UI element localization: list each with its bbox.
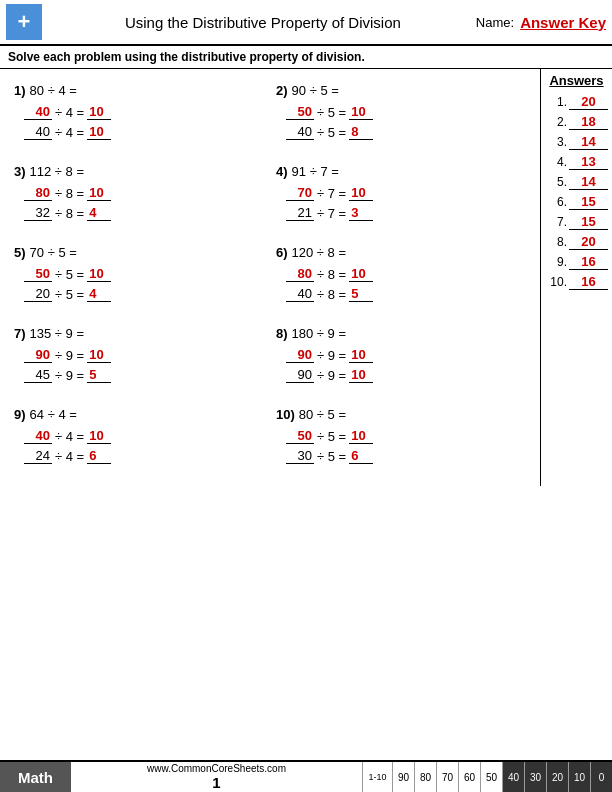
problem-row: 40÷ 4 =10 — [24, 428, 264, 444]
row-op: ÷ 8 = — [55, 206, 84, 221]
problem-block-6: 6)120 ÷ 8 =80÷ 8 =1040÷ 8 =5 — [270, 237, 532, 318]
score-box: 10 — [568, 762, 590, 792]
problem-rows-4: 70÷ 7 =1021÷ 7 =3 — [286, 185, 526, 221]
problem-block-1: 1)80 ÷ 4 =40÷ 4 =1040÷ 4 =10 — [8, 75, 270, 156]
problem-rows-6: 80÷ 8 =1040÷ 8 =5 — [286, 266, 526, 302]
row-answer: 10 — [349, 104, 373, 120]
row-part1: 90 — [24, 347, 52, 363]
problem-row: 80÷ 8 =10 — [24, 185, 264, 201]
problem-num: 4) — [276, 164, 288, 179]
score-box: 0 — [590, 762, 612, 792]
problem-block-5: 5)70 ÷ 5 =50÷ 5 =1020÷ 5 =4 — [8, 237, 270, 318]
answer-val: 20 — [569, 94, 608, 110]
answer-val: 20 — [569, 234, 608, 250]
problem-row: 20÷ 5 =4 — [24, 286, 264, 302]
answer-val: 15 — [569, 214, 608, 230]
problem-header-1: 1)80 ÷ 4 = — [14, 83, 264, 98]
row-answer: 10 — [87, 124, 111, 140]
row-op: ÷ 5 = — [317, 125, 346, 140]
row-answer: 4 — [87, 286, 111, 302]
score-box: 20 — [546, 762, 568, 792]
answer-val: 14 — [569, 134, 608, 150]
answer-num: 5. — [545, 175, 567, 189]
row-answer: 10 — [349, 367, 373, 383]
row-op: ÷ 8 = — [55, 186, 84, 201]
row-op: ÷ 5 = — [317, 449, 346, 464]
row-answer: 10 — [87, 266, 111, 282]
row-op: ÷ 4 = — [55, 429, 84, 444]
problem-header-6: 6)120 ÷ 8 = — [276, 245, 526, 260]
page-header: + Using the Distributive Property of Div… — [0, 0, 612, 46]
problem-row: 90÷ 9 =10 — [286, 347, 526, 363]
answer-num: 6. — [545, 195, 567, 209]
answer-item-5: 5.14 — [545, 174, 608, 190]
row-part1: 40 — [286, 286, 314, 302]
row-op: ÷ 5 = — [55, 287, 84, 302]
row-op: ÷ 9 = — [55, 348, 84, 363]
score-box: 60 — [458, 762, 480, 792]
problem-num: 5) — [14, 245, 26, 260]
answer-num: 2. — [545, 115, 567, 129]
row-part1: 80 — [286, 266, 314, 282]
answer-val: 18 — [569, 114, 608, 130]
page-footer: Math www.CommonCoreSheets.com 1 1-109080… — [0, 760, 612, 792]
problem-equation: 70 ÷ 5 = — [30, 245, 77, 260]
row-part1: 40 — [286, 124, 314, 140]
problem-rows-3: 80÷ 8 =1032÷ 8 =4 — [24, 185, 264, 221]
problem-num: 2) — [276, 83, 288, 98]
row-answer: 10 — [87, 185, 111, 201]
row-part1: 32 — [24, 205, 52, 221]
answer-item-2: 2.18 — [545, 114, 608, 130]
problem-block-2: 2)90 ÷ 5 =50÷ 5 =1040÷ 5 =8 — [270, 75, 532, 156]
problem-equation: 90 ÷ 5 = — [292, 83, 339, 98]
problem-row: 50÷ 5 =10 — [286, 104, 526, 120]
problem-row: 40÷ 8 =5 — [286, 286, 526, 302]
row-op: ÷ 8 = — [317, 267, 346, 282]
row-answer: 8 — [349, 124, 373, 140]
problem-row: 45÷ 9 =5 — [24, 367, 264, 383]
row-answer: 10 — [87, 428, 111, 444]
row-op: ÷ 5 = — [317, 105, 346, 120]
footer-scores: 1-109080706050403020100 — [362, 762, 612, 792]
problem-num: 10) — [276, 407, 295, 422]
problem-header-10: 10)80 ÷ 5 = — [276, 407, 526, 422]
problem-equation: 80 ÷ 5 = — [299, 407, 346, 422]
score-box: 40 — [502, 762, 524, 792]
name-label: Name: — [476, 15, 514, 30]
answer-num: 10. — [545, 275, 567, 289]
problem-header-7: 7)135 ÷ 9 = — [14, 326, 264, 341]
answer-item-10: 10.16 — [545, 274, 608, 290]
row-part1: 20 — [24, 286, 52, 302]
answer-item-8: 8.20 — [545, 234, 608, 250]
problem-rows-9: 40÷ 4 =1024÷ 4 =6 — [24, 428, 264, 464]
problem-equation: 91 ÷ 7 = — [292, 164, 339, 179]
answer-sidebar: Answers 1.202.183.144.135.146.157.158.20… — [540, 69, 612, 486]
problem-header-9: 9)64 ÷ 4 = — [14, 407, 264, 422]
row-op: ÷ 4 = — [55, 449, 84, 464]
problem-row: 50÷ 5 =10 — [24, 266, 264, 282]
problem-block-9: 9)64 ÷ 4 =40÷ 4 =1024÷ 4 =6 — [8, 399, 270, 480]
answer-num: 4. — [545, 155, 567, 169]
answers-list: 1.202.183.144.135.146.157.158.209.1610.1… — [545, 94, 608, 290]
problem-block-7: 7)135 ÷ 9 =90÷ 9 =1045÷ 9 =5 — [8, 318, 270, 399]
row-op: ÷ 9 = — [317, 368, 346, 383]
row-part1: 80 — [24, 185, 52, 201]
problem-row: 90÷ 9 =10 — [286, 367, 526, 383]
problem-row: 21÷ 7 =3 — [286, 205, 526, 221]
problem-row: 90÷ 9 =10 — [24, 347, 264, 363]
problem-rows-2: 50÷ 5 =1040÷ 5 =8 — [286, 104, 526, 140]
row-part1: 50 — [286, 104, 314, 120]
main-area: 1)80 ÷ 4 =40÷ 4 =1040÷ 4 =102)90 ÷ 5 =50… — [0, 69, 612, 486]
row-part1: 21 — [286, 205, 314, 221]
answers-title: Answers — [545, 73, 608, 88]
row-part1: 40 — [24, 104, 52, 120]
answer-key-label: Answer Key — [520, 14, 606, 31]
problem-row: 32÷ 8 =4 — [24, 205, 264, 221]
row-part1: 40 — [24, 428, 52, 444]
row-answer: 3 — [349, 205, 373, 221]
answer-val: 13 — [569, 154, 608, 170]
row-answer: 10 — [349, 266, 373, 282]
footer-website: www.CommonCoreSheets.com — [147, 763, 286, 774]
problem-header-8: 8)180 ÷ 9 = — [276, 326, 526, 341]
problem-rows-10: 50÷ 5 =1030÷ 5 =6 — [286, 428, 526, 464]
